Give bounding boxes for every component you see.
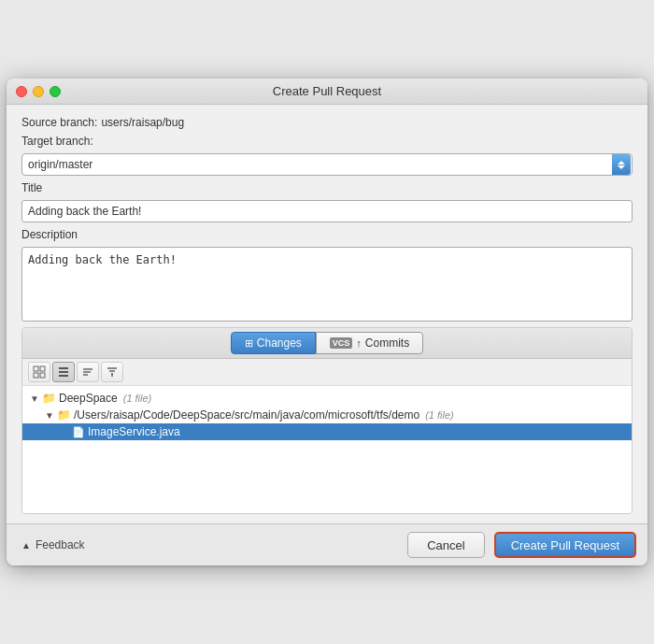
svg-rect-6 — [59, 375, 68, 377]
list-icon — [57, 365, 70, 379]
sort-button[interactable] — [77, 362, 99, 382]
cancel-button[interactable]: Cancel — [407, 532, 484, 558]
tree-item-file[interactable]: 📄 ImageService.java — [22, 423, 632, 440]
source-branch-value: users/raisap/bug — [101, 116, 184, 129]
titlebar: Create Pull Request — [7, 79, 647, 105]
svg-rect-3 — [40, 373, 45, 378]
tab-changes-label: Changes — [257, 336, 302, 350]
tab-changes[interactable]: ⊞ Changes — [231, 332, 316, 354]
create-pull-request-button[interactable]: Create Pull Request — [494, 532, 636, 558]
create-pull-request-dialog: Create Pull Request Source branch: users… — [7, 79, 647, 565]
java-file-icon: 📄 — [72, 426, 85, 438]
footer-right: Cancel Create Pull Request — [407, 532, 636, 558]
tree-path-meta: (1 file) — [425, 409, 454, 421]
window-controls — [16, 86, 61, 97]
description-textarea[interactable]: Adding back the Earth! — [21, 247, 633, 322]
vcs-badge: VCS — [330, 337, 353, 349]
changes-icon: ⊞ — [245, 337, 253, 350]
filter-button[interactable] — [101, 362, 123, 382]
commits-icon: ↑ — [356, 337, 362, 349]
tree-root-name: DeepSpace — [59, 392, 118, 405]
file-toolbar — [22, 359, 632, 386]
tree-item-path[interactable]: ▼ 📁 /Users/raisap/Code/DeepSpace/src/mai… — [22, 407, 632, 423]
feedback-button[interactable]: ▲ Feedback — [18, 537, 89, 553]
title-input[interactable] — [21, 200, 633, 222]
svg-rect-0 — [34, 366, 38, 371]
file-tree: ▼ 📁 DeepSpace (1 file) ▼ 📁 /Users/raisap… — [22, 386, 632, 513]
svg-rect-2 — [34, 373, 38, 378]
sort-icon — [81, 365, 94, 379]
tabs-bar: ⊞ Changes VCS ↑ Commits — [22, 328, 632, 359]
tree-item-root[interactable]: ▼ 📁 DeepSpace (1 file) — [22, 390, 632, 407]
source-branch-row: Source branch: users/raisap/bug — [21, 116, 633, 129]
expand-all-button[interactable] — [28, 362, 50, 382]
window-title: Create Pull Request — [273, 84, 381, 98]
footer: ▲ Feedback Cancel Create Pull Request — [7, 523, 647, 565]
tab-commits-label: Commits — [365, 336, 409, 350]
branch-select-wrapper: origin/master — [21, 153, 633, 176]
target-branch-label: Target branch: — [21, 135, 633, 148]
source-branch-label: Source branch: — [21, 116, 97, 129]
svg-rect-5 — [59, 371, 68, 373]
close-button[interactable] — [16, 86, 27, 97]
view-toggle-button[interactable] — [52, 362, 75, 382]
svg-rect-1 — [40, 366, 45, 371]
description-label: Description — [21, 228, 633, 241]
minimize-button[interactable] — [33, 86, 44, 97]
dialog-content: Source branch: users/raisap/bug Target b… — [7, 105, 647, 523]
tree-file-name: ImageService.java — [88, 425, 180, 438]
expand-icon — [33, 365, 46, 379]
svg-rect-4 — [59, 367, 68, 369]
tree-path-toggle-icon: ▼ — [45, 410, 54, 421]
filter-icon — [106, 365, 119, 379]
path-folder-icon: 📁 — [57, 408, 71, 422]
tree-toggle-icon: ▼ — [30, 394, 39, 404]
tree-path-name: /Users/raisap/Code/DeepSpace/src/main/ja… — [74, 408, 419, 422]
feedback-arrow-icon: ▲ — [21, 540, 31, 551]
title-label: Title — [21, 181, 633, 194]
target-branch-select[interactable]: origin/master — [21, 153, 633, 176]
target-branch-row: origin/master — [21, 153, 633, 176]
tab-commits[interactable]: VCS ↑ Commits — [316, 332, 423, 354]
feedback-label: Feedback — [36, 538, 85, 551]
maximize-button[interactable] — [50, 86, 61, 97]
tree-root-meta: (1 file) — [123, 393, 152, 404]
folder-icon: 📁 — [42, 392, 56, 405]
tabs-panel: ⊞ Changes VCS ↑ Commits — [21, 327, 633, 514]
